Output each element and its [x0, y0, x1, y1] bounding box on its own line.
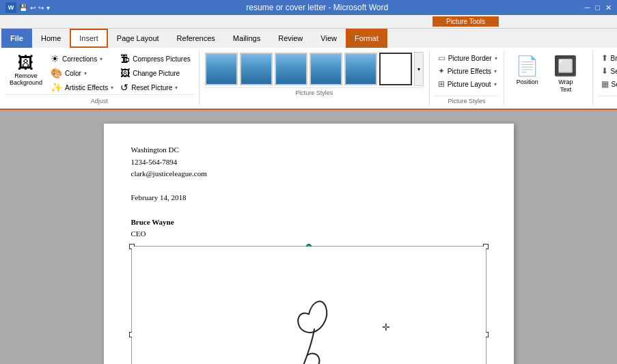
- artistic-effects-btn[interactable]: ✨ Artistic Effects ▾: [48, 81, 116, 94]
- tab-format[interactable]: Format: [346, 29, 387, 48]
- word-icon: W: [5, 2, 16, 13]
- address-line3: clark@justiceleague.com: [131, 168, 486, 180]
- corrections-btn[interactable]: ☀ Corrections ▾: [48, 52, 116, 66]
- document-page: Washington DC 1234-564-7894 clark@justic…: [104, 124, 514, 364]
- document-text: Washington DC 1234-564-7894 clark@justic…: [131, 144, 486, 240]
- recipient-title: CEO: [131, 228, 486, 240]
- position-btn[interactable]: 📄 Position: [510, 52, 545, 89]
- customize-btn[interactable]: ▾: [46, 4, 50, 12]
- adjust-group-label: Adjust: [5, 94, 193, 104]
- picture-tools-bar: Picture Tools: [0, 15, 617, 29]
- ribbon-tabs: File Home Insert Page Layout References …: [0, 29, 617, 48]
- document-area: Washington DC 1234-564-7894 clark@justic…: [0, 110, 617, 364]
- corrections-arrow: ▾: [100, 56, 102, 62]
- picture-styles-label: Picture Styles: [205, 87, 424, 96]
- send-backward-icon: ⬇: [601, 66, 608, 76]
- position-icon: 📄: [515, 55, 539, 77]
- window-title: resume or cover letter - Microsoft Word: [246, 3, 388, 12]
- artistic-icon: ✨: [51, 82, 62, 93]
- date-line: February 14, 2018: [131, 192, 486, 204]
- color-arrow: ▾: [84, 70, 87, 76]
- ribbon-right-groups: ▭ Picture Border ▾ ✦ Picture Effects ▾ ⊞…: [430, 51, 617, 106]
- address-line2: 1234-564-7894: [131, 156, 486, 169]
- pic-style-6[interactable]: [379, 53, 412, 85]
- tab-file[interactable]: File: [1, 29, 32, 48]
- pic-style-3[interactable]: [275, 53, 307, 85]
- position-label: Position: [517, 79, 538, 86]
- undo-btn[interactable]: ↩: [30, 4, 36, 12]
- window-controls: ─ □ ✕: [585, 3, 612, 12]
- color-icon: 🎨: [51, 68, 62, 79]
- picture-layout-btn[interactable]: ⊞ Picture Layout ▾: [435, 78, 499, 90]
- artistic-label: Artistic Effects: [65, 84, 108, 92]
- layout-arrow: ▾: [494, 81, 497, 87]
- picture-effects-btn[interactable]: ✦ Picture Effects ▾: [435, 65, 499, 77]
- blank-line2: [131, 204, 486, 216]
- color-btn[interactable]: 🎨 Color ▾: [48, 66, 116, 80]
- minimize-btn[interactable]: ─: [585, 3, 590, 12]
- pic-styles-scroll-down[interactable]: ▾: [414, 52, 424, 86]
- picture-layout-label: Picture Layout: [448, 81, 491, 88]
- signature-svg: [206, 273, 411, 364]
- remove-background-btn[interactable]: 🖼 RemoveBackground: [5, 52, 46, 89]
- tab-view[interactable]: View: [312, 29, 346, 48]
- pic-style-2[interactable]: [240, 53, 273, 85]
- arrange-label: Arrange: [599, 96, 617, 104]
- send-backward-label: Send Backward: [611, 68, 617, 75]
- wrap-icon: 🔲: [553, 55, 577, 77]
- maximize-btn[interactable]: □: [595, 3, 600, 12]
- tab-references[interactable]: References: [168, 29, 224, 48]
- picture-border-btn[interactable]: ▭ Picture Border ▾: [435, 52, 499, 64]
- ribbon: 🖼 RemoveBackground ☀ Corrections ▾ 🎨 Col…: [0, 48, 617, 110]
- address-line1: Washington DC: [131, 144, 486, 156]
- effects-arrow: ▾: [494, 68, 497, 74]
- artistic-arrow: ▾: [111, 85, 113, 91]
- wrap-text-btn[interactable]: 🔲 Wrap Text: [547, 52, 584, 96]
- color-label: Color: [65, 70, 81, 77]
- tab-home[interactable]: Home: [32, 29, 70, 48]
- pic-style-5[interactable]: [344, 53, 377, 85]
- recipient-name: Bruce Wayne: [131, 216, 486, 229]
- arrange-group: ⬆ Bring Forward ▾ ⬇ Send Backward ▾ ▦ Se…: [593, 51, 617, 106]
- save-btn[interactable]: 💾: [19, 4, 27, 12]
- corrections-label: Corrections: [62, 55, 97, 63]
- send-backward-btn[interactable]: ⬇ Send Backward ▾: [599, 65, 617, 77]
- signature-container[interactable]: ✛: [131, 246, 486, 364]
- title-bar: W 💾 ↩ ↪ ▾ resume or cover letter - Micro…: [0, 0, 617, 15]
- picture-styles-bottom-label: Picture Styles: [435, 96, 499, 104]
- blank-line: [131, 180, 486, 193]
- tab-mailings[interactable]: Mailings: [224, 29, 269, 48]
- remove-bg-label: RemoveBackground: [10, 72, 42, 86]
- tab-review[interactable]: Review: [269, 29, 312, 48]
- border-arrow: ▾: [495, 55, 497, 61]
- compress-pictures-btn[interactable]: 🗜 Compress Pictures: [118, 52, 193, 66]
- tab-insert[interactable]: Insert: [70, 29, 108, 48]
- reset-icon: ↺: [120, 82, 128, 93]
- corrections-icon: ☀: [51, 53, 59, 64]
- reset-arrow: ▾: [175, 85, 178, 91]
- adjust-group-content: 🖼 RemoveBackground ☀ Corrections ▾ 🎨 Col…: [5, 52, 193, 94]
- selection-pane-btn[interactable]: ▦ Selection Pane: [599, 78, 617, 90]
- tab-page-layout[interactable]: Page Layout: [108, 29, 168, 48]
- wrap-label: Wrap Text: [553, 79, 578, 94]
- bring-forward-btn[interactable]: ⬆ Bring Forward ▾: [599, 52, 617, 64]
- compress-label: Compress Pictures: [133, 55, 190, 63]
- reset-label: Reset Picture: [131, 84, 172, 92]
- reset-picture-btn[interactable]: ↺ Reset Picture ▾: [118, 81, 193, 94]
- redo-btn[interactable]: ↪: [38, 4, 44, 12]
- picture-styles-group: ▾ Picture Styles: [200, 51, 430, 106]
- picture-tools-label: Picture Tools: [433, 16, 499, 27]
- adjust-group: 🖼 RemoveBackground ☀ Corrections ▾ 🎨 Col…: [0, 51, 200, 106]
- picture-thumbnails: ▾: [205, 52, 424, 86]
- selection-pane-icon: ▦: [601, 79, 609, 89]
- change-picture-btn[interactable]: 🖼 Change Picture: [118, 66, 193, 80]
- adjust-small-btns-2: 🗜 Compress Pictures 🖼 Change Picture ↺ R…: [118, 52, 193, 94]
- picture-border-group: ▭ Picture Border ▾ ✦ Picture Effects ▾ ⊞…: [430, 51, 505, 106]
- compress-icon: 🗜: [120, 53, 130, 64]
- change-picture-label: Change Picture: [133, 70, 180, 77]
- pic-style-4[interactable]: [310, 53, 342, 85]
- effects-icon: ✦: [438, 66, 445, 76]
- pic-style-1[interactable]: [205, 53, 238, 85]
- close-btn[interactable]: ✕: [605, 3, 612, 12]
- quick-access-toolbar: 💾 ↩ ↪ ▾: [19, 4, 50, 12]
